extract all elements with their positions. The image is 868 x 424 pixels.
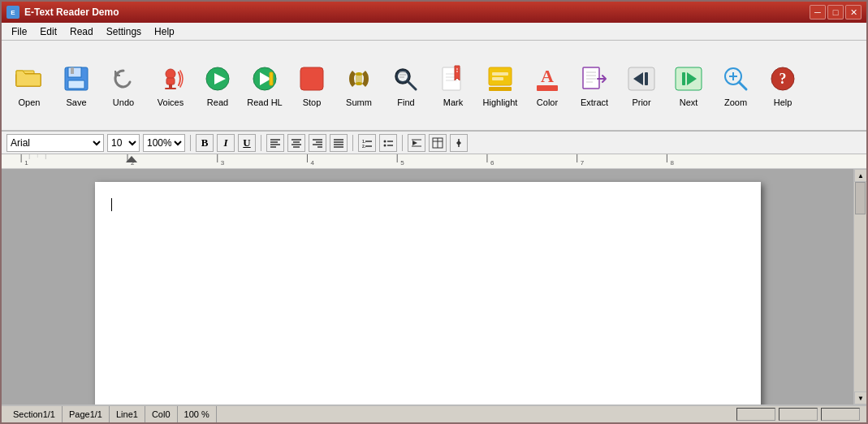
save-icon	[61, 63, 92, 94]
prior-label: Prior	[632, 97, 650, 107]
align-center-button[interactable]	[287, 134, 305, 152]
highlight-button[interactable]: Highlight	[477, 45, 523, 126]
status-line: Line1	[110, 406, 145, 422]
svg-point-78	[384, 140, 386, 142]
format-separator-2	[261, 135, 261, 151]
justify-button[interactable]	[330, 134, 348, 152]
bold-button[interactable]: B	[196, 134, 214, 152]
voices-button[interactable]: Voices	[148, 45, 193, 126]
color-label: Color	[537, 97, 558, 107]
status-box-3	[821, 408, 860, 421]
undo-button[interactable]: Undo	[101, 45, 146, 126]
menu-edit[interactable]: Edit	[33, 24, 63, 39]
underline-button[interactable]: U	[238, 134, 256, 152]
menu-read[interactable]: Read	[63, 24, 100, 39]
scroll-thumb[interactable]	[855, 182, 866, 214]
svg-rect-37	[492, 77, 503, 80]
table-button[interactable]	[429, 134, 447, 152]
read-button[interactable]: Read	[195, 45, 240, 126]
status-zoom: 100 %	[178, 406, 217, 422]
readhl-label: Read HL	[247, 97, 282, 107]
stop-button[interactable]: Stop	[289, 45, 335, 126]
align-left-button[interactable]	[266, 134, 284, 152]
vertical-scrollbar: ▲ ▼	[853, 169, 866, 405]
format-separator-4	[402, 135, 403, 151]
svg-rect-40	[537, 85, 558, 91]
column-button[interactable]	[450, 134, 468, 152]
font-select[interactable]: Arial	[6, 134, 104, 152]
zoom-button[interactable]: Zoom	[713, 45, 758, 126]
highlight-label: Highlight	[483, 97, 518, 107]
save-label: Save	[66, 97, 86, 107]
svg-text:7: 7	[581, 159, 585, 167]
toolbar: Open Save Undo	[2, 41, 866, 132]
format-separator-3	[352, 135, 353, 151]
svg-rect-36	[492, 72, 508, 76]
svg-marker-90	[459, 141, 461, 145]
font-size-select[interactable]: 10	[107, 134, 140, 152]
page-document[interactable]	[95, 182, 761, 405]
scroll-up-button[interactable]: ▲	[854, 169, 866, 182]
extract-button[interactable]: Extract	[572, 45, 617, 126]
find-icon	[391, 63, 421, 94]
readhl-icon	[249, 63, 280, 94]
scroll-down-button[interactable]: ▼	[854, 392, 866, 405]
scroll-track[interactable]	[854, 182, 866, 392]
stop-label: Stop	[303, 97, 322, 107]
open-button[interactable]: Open	[6, 45, 52, 126]
find-button[interactable]: Find	[383, 45, 429, 126]
voices-label: Voices	[158, 97, 184, 107]
format-separator-1	[190, 135, 191, 151]
next-button[interactable]: Next	[666, 45, 711, 126]
read-icon	[202, 63, 233, 94]
highlight-icon	[485, 63, 516, 94]
status-box-1	[736, 408, 775, 421]
maximize-button[interactable]: □	[827, 5, 844, 19]
stop-icon	[296, 63, 327, 94]
mark-icon	[438, 63, 469, 94]
svg-rect-8	[68, 80, 84, 89]
extract-label: Extract	[581, 97, 608, 107]
svg-marker-89	[456, 141, 459, 145]
prior-button[interactable]: Prior	[619, 45, 664, 126]
help-label: Help	[774, 97, 792, 107]
svg-rect-48	[645, 72, 648, 85]
indent-button[interactable]	[408, 134, 425, 152]
list-ul-button[interactable]	[379, 134, 397, 152]
summ-button[interactable]: Summ	[336, 45, 382, 126]
close-button[interactable]: ✕	[845, 5, 862, 19]
svg-text:A: A	[541, 66, 554, 86]
mark-button[interactable]: Mark	[430, 45, 476, 126]
align-right-button[interactable]	[309, 134, 326, 152]
menu-settings[interactable]: Settings	[100, 24, 148, 39]
zoom-label: Zoom	[724, 97, 747, 107]
svg-marker-82	[412, 141, 417, 145]
scroll-area[interactable]	[2, 169, 853, 405]
content-inner: ▲ ▼	[2, 169, 866, 405]
list-ol-button[interactable]: 1. 2.	[358, 134, 376, 152]
zoom-select[interactable]: 100%	[143, 134, 185, 152]
menu-file[interactable]: File	[5, 24, 33, 39]
svg-text:?: ?	[779, 71, 787, 87]
svg-text:8: 8	[670, 159, 674, 167]
title-bar: E E-Text Reader Demo ─ □ ✕	[2, 2, 866, 23]
save-button[interactable]: Save	[54, 45, 99, 126]
svg-text:1: 1	[24, 159, 28, 167]
minimize-button[interactable]: ─	[810, 5, 826, 19]
color-button[interactable]: A Color	[525, 45, 570, 126]
menu-help[interactable]: Help	[148, 24, 181, 39]
window-controls: ─ □ ✕	[810, 5, 862, 19]
help-button[interactable]: ? Help	[760, 45, 805, 126]
undo-label: Undo	[113, 97, 134, 107]
summ-icon	[343, 63, 374, 94]
italic-button[interactable]: I	[217, 134, 235, 152]
svg-point-24	[398, 71, 408, 81]
svg-rect-51	[682, 72, 685, 85]
main-window: E E-Text Reader Demo ─ □ ✕ File Edit Rea…	[0, 0, 868, 424]
title-bar-left: E E-Text Reader Demo	[6, 6, 119, 19]
status-box-2	[779, 408, 818, 421]
status-section: Section1/1	[6, 406, 63, 422]
svg-rect-38	[489, 87, 512, 91]
svg-text:5: 5	[400, 159, 404, 167]
readhl-button[interactable]: Read HL	[242, 45, 287, 126]
